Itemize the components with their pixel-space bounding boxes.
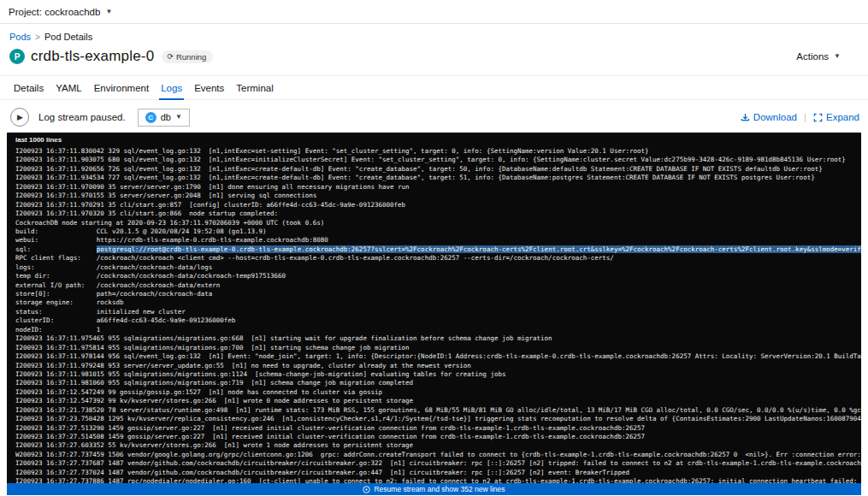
download-button-label: Download — [753, 112, 797, 122]
log-line: webui: https://crdb-tls-example-0.crdb-t… — [15, 236, 861, 245]
pod-header: P crdb-tls-example-0 ⟳ Running Actions ▼ — [9, 48, 859, 65]
log-line: status: initialized new cluster — [15, 308, 861, 316]
log-line: I200923 16:37:11.975465 955 sqlmigration… — [15, 334, 861, 343]
tab-details[interactable]: Details — [12, 76, 45, 99]
log-line: I200923 16:37:12.547249 99 gossip/gossip… — [15, 388, 861, 397]
log-line: store[0]: path=/cockroach/cockroach-data — [15, 290, 861, 298]
play-icon: ▶ — [17, 113, 23, 121]
resume-stream-banner[interactable]: Resume stream and show 352 new lines — [7, 483, 861, 495]
container-selector[interactable]: C db ▼ — [138, 109, 190, 127]
log-line: I200923 16:37:27.514508 1459 gossip/serv… — [15, 433, 861, 441]
stream-status-text: Log stream paused. — [38, 112, 126, 122]
container-selector-value: db — [161, 112, 171, 122]
log-line: I200923 16:37:27.603352 55 kv/kvserver/s… — [15, 441, 861, 450]
chevron-down-icon: ▼ — [175, 114, 182, 121]
container-resource-icon: C — [145, 112, 156, 123]
status-badge-label: Running — [176, 52, 206, 62]
chevron-down-icon: ▼ — [834, 53, 841, 60]
breadcrumb: Pods > Pod Details — [9, 32, 868, 42]
breadcrumb-separator: > — [35, 32, 40, 42]
log-line: W200923 16:37:27.737459 1506 vendor/goog… — [15, 451, 861, 459]
sync-icon: ⟳ — [167, 52, 174, 61]
log-line: sql: postgresql://root@crdb-tls-example-… — [15, 245, 861, 254]
log-line: I200923 16:37:11.934534 727 sql/event_lo… — [15, 174, 861, 182]
log-line-selected-text: postgresql://root@crdb-tls-example-0.crd… — [97, 245, 861, 253]
tab-bar: DetailsYAMLEnvironmentLogsEventsTerminal — [0, 76, 868, 100]
actions-dropdown[interactable]: Actions ▼ — [796, 51, 859, 62]
actions-dropdown-label: Actions — [796, 51, 829, 62]
log-line: external I/O path: /cockroach/cockroach-… — [15, 281, 861, 290]
project-selector[interactable]: Project: cockroachdb ▼ — [9, 7, 112, 17]
log-line: logs: /cockroach/cockroach-data/logs — [15, 263, 861, 272]
log-line: I200923 16:37:11.970320 35 cli/start.go:… — [15, 210, 861, 218]
log-viewer[interactable]: last 1000 lines I200923 16:37:11.830042 … — [7, 133, 861, 495]
status-badge: ⟳ Running — [162, 50, 213, 63]
pod-resource-icon: P — [9, 49, 25, 64]
log-line: I200923 16:37:11.970090 35 server/server… — [15, 183, 861, 192]
log-line-count: last 1000 lines — [7, 133, 861, 146]
top-bar: Project: cockroachdb ▼ — [0, 0, 868, 24]
log-line: nodeID: 1 — [15, 326, 861, 334]
resume-stream-banner-label: Resume stream and show 352 new lines — [374, 485, 505, 493]
log-line: I200923 16:37:11.920656 726 sql/event_lo… — [15, 165, 861, 174]
log-line: temp dir: /cockroach/cockroach-data/cock… — [15, 272, 861, 280]
log-line: I200923 16:37:11.970291 35 cli/start.go:… — [15, 201, 861, 210]
log-line: I200923 16:37:11.978144 956 sql/event_lo… — [15, 352, 861, 361]
log-line: I200923 16:37:11.903075 680 sql/event_lo… — [15, 156, 861, 164]
log-line: CockroachDB node starting at 2020-09-23 … — [15, 219, 861, 227]
log-line: build: CCL v20.1.5 @ 2020/08/24 19:52:08… — [15, 227, 861, 236]
tab-terminal[interactable]: Terminal — [234, 76, 275, 99]
log-line: I200923 16:37:11.981060 955 sqlmigration… — [15, 379, 861, 387]
expand-button-label: Expand — [826, 112, 859, 122]
page-title: crdb-tls-example-0 — [31, 48, 154, 65]
log-line: I200923 16:37:27.737687 1487 vendor/gith… — [15, 459, 861, 468]
log-line: I200923 16:37:11.981015 955 sqlmigration… — [15, 370, 861, 379]
log-line: I200923 16:37:11.830042 329 sql/event_lo… — [15, 147, 861, 156]
log-line: RPC client flags: /cockroach/cockroach <… — [15, 254, 861, 263]
tab-environment[interactable]: Environment — [92, 76, 151, 99]
toolbar-separator: | — [804, 112, 806, 122]
log-toolbar: ▶ Log stream paused. C db ▼ Download | E… — [10, 108, 859, 127]
log-line: I200923 16:37:21.738520 78 server/status… — [15, 406, 861, 415]
project-selector-label: Project: cockroachdb — [9, 7, 100, 17]
log-line: I200923 16:37:27.737024 1487 vendor/gith… — [15, 469, 861, 477]
log-line: clusterID: a66ffe4d-cc63-45dc-9a9e-09123… — [15, 316, 861, 325]
log-line: I200923 16:37:23.750428 1295 kv/kvserver… — [15, 415, 861, 423]
expand-icon — [813, 113, 823, 122]
log-line: I200923 16:37:11.970155 35 server/server… — [15, 192, 861, 200]
play-circle-icon — [363, 486, 370, 493]
tab-logs[interactable]: Logs — [159, 76, 184, 100]
log-content: I200923 16:37:11.830042 329 sql/event_lo… — [7, 146, 861, 487]
tab-yaml[interactable]: YAML — [54, 76, 83, 99]
resume-stream-button[interactable]: ▶ — [10, 108, 29, 127]
log-line: I200923 16:37:11.975814 955 sqlmigration… — [15, 344, 861, 352]
expand-button[interactable]: Expand — [813, 112, 859, 122]
download-button[interactable]: Download — [741, 112, 797, 122]
log-line: I200923 16:37:12.547392 99 kv/kvserver/s… — [15, 397, 861, 405]
chevron-down-icon: ▼ — [105, 9, 112, 15]
breadcrumb-current: Pod Details — [44, 32, 92, 42]
log-line: storage engine: rocksdb — [15, 298, 861, 307]
log-line: I200923 16:37:11.979248 953 server/serve… — [15, 362, 861, 370]
log-toolbar-actions: Download | Expand — [741, 112, 859, 122]
breadcrumb-pods-link[interactable]: Pods — [9, 32, 31, 42]
log-line: I200923 16:37:27.513290 1459 gossip/serv… — [15, 424, 861, 433]
download-icon — [741, 113, 750, 122]
tab-events[interactable]: Events — [192, 76, 226, 99]
